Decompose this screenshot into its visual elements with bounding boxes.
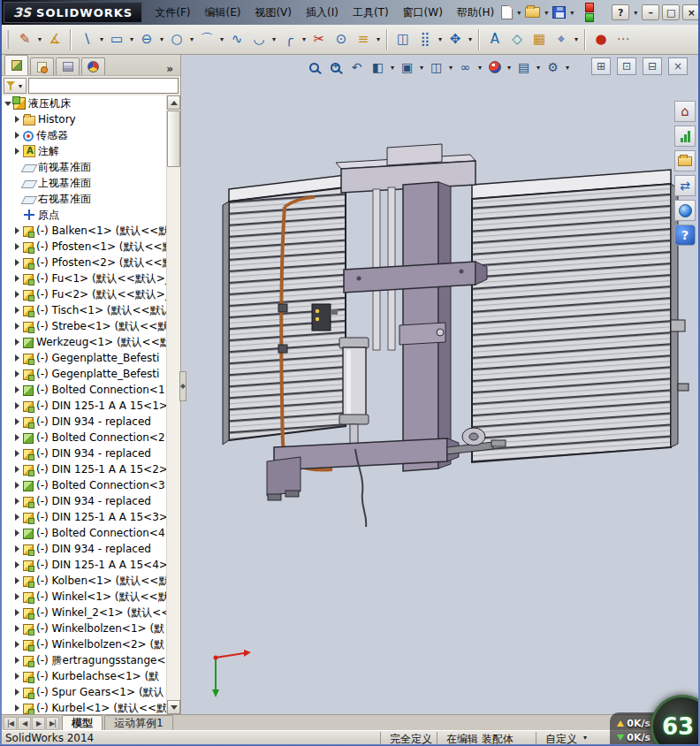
menu-view[interactable]: 视图(V)	[247, 0, 299, 25]
view-palette-button[interactable]: ⇄	[674, 175, 696, 196]
expand-arrow-icon[interactable]	[13, 636, 22, 652]
centerpoint-arc-icon[interactable]: ⌒	[196, 28, 217, 51]
filter-input[interactable]	[28, 78, 179, 94]
tree-item[interactable]: (-) Winkelbolzen<1> (默	[2, 620, 167, 636]
nav-next-button[interactable]: ▶	[32, 717, 45, 730]
dropdown-caret-icon[interactable]	[573, 35, 580, 43]
tree-item[interactable]: (-) Gegenplatte_Befesti	[2, 350, 167, 366]
dropdown-caret-icon[interactable]	[389, 64, 396, 72]
expand-arrow-icon[interactable]	[13, 668, 22, 684]
minimize-button[interactable]: –	[642, 4, 659, 20]
trim-entities-icon[interactable]: ✂	[308, 28, 330, 51]
nav-last-button[interactable]: ▶|	[46, 717, 59, 730]
dropdown-caret-icon[interactable]	[375, 35, 382, 43]
tree-item[interactable]: Werkzeug<1> (默认<<默	[2, 334, 167, 350]
restore-window-button[interactable]: ⊡	[617, 57, 636, 75]
tree-item[interactable]: (-) 謄ertragungsstange<	[2, 652, 167, 668]
help-button[interactable]: ?	[612, 4, 629, 20]
apply-scene-button[interactable]: ▤	[514, 57, 534, 77]
dropdown-caret-icon[interactable]	[447, 64, 454, 72]
tree-item[interactable]: 传感器	[2, 127, 167, 143]
dropdown-caret-icon[interactable]	[467, 35, 474, 43]
tab-property-manager[interactable]	[30, 57, 54, 75]
tab-motion-study[interactable]: 运动算例1	[104, 715, 173, 730]
panel-expand-button[interactable]: »	[162, 63, 178, 75]
tab-configuration-manager[interactable]	[56, 57, 80, 75]
expand-arrow-icon[interactable]	[13, 541, 22, 557]
tab-model[interactable]: 模型	[62, 715, 103, 730]
mirror-entities-icon[interactable]: ◫	[392, 28, 414, 51]
tree-item[interactable]: (-) Pfosten<1> (默认<<默	[2, 239, 167, 255]
dropdown-caret-icon[interactable]	[98, 35, 105, 43]
filter-button[interactable]	[4, 78, 27, 94]
tree-item[interactable]: (-) DIN 934 - replaced	[2, 541, 167, 557]
view-orientation-button[interactable]: ▣	[397, 57, 417, 77]
tree-item[interactable]: (-) Fu<1> (默认<<默认>_	[2, 270, 167, 286]
expand-arrow-icon[interactable]	[13, 414, 22, 430]
tree-item[interactable]: (-) Bolted Connection<1	[2, 382, 167, 398]
tile-windows-button[interactable]: ⊞	[591, 57, 611, 75]
tree-item[interactable]: (-) Bolted Connection<2	[2, 430, 167, 445]
dropdown-caret-icon[interactable]	[158, 35, 165, 43]
expand-arrow-icon[interactable]	[13, 302, 22, 318]
dropdown-caret-icon[interactable]	[418, 64, 425, 72]
grid-system-icon[interactable]: ▦	[529, 28, 550, 51]
tree-item[interactable]: 原点	[2, 207, 167, 223]
scroll-down-button[interactable]	[167, 700, 180, 714]
tree-item[interactable]: (-) DIN 125-1 A A 15<2>	[2, 461, 167, 477]
dropdown-caret-icon[interactable]	[535, 64, 542, 72]
text-icon[interactable]: A	[484, 28, 506, 51]
hide-show-items-button[interactable]: ∞	[455, 57, 476, 77]
custom-dropdown-caret-icon[interactable]	[582, 734, 589, 742]
previous-view-button[interactable]: ↶	[346, 57, 367, 77]
tree-item[interactable]: 前视基准面	[2, 159, 167, 175]
expand-arrow-icon[interactable]	[13, 620, 22, 636]
scrollbar-thumb[interactable]	[167, 110, 180, 167]
close-document-button[interactable]: ×	[668, 57, 688, 75]
spline-icon[interactable]: ∿	[226, 28, 247, 51]
display-style-button[interactable]: ◫	[426, 57, 446, 77]
expand-arrow-icon[interactable]	[13, 350, 22, 366]
section-view-button[interactable]: ◧	[368, 57, 388, 77]
sketch-fillet-icon[interactable]: ╭	[278, 28, 300, 51]
edit-appearance-button[interactable]	[484, 57, 505, 77]
expand-arrow-icon[interactable]	[13, 127, 22, 143]
tree-item[interactable]: (-) DIN 125-1 A A 15<3>	[2, 509, 167, 525]
tree-item[interactable]: (-) DIN 934 - replaced	[2, 445, 167, 461]
straight-slot-icon[interactable]: ⊖	[136, 28, 157, 51]
menu-window[interactable]: 窗口(W)	[396, 0, 450, 25]
expand-arrow-icon[interactable]	[13, 270, 22, 286]
dropdown-caret-icon[interactable]	[476, 64, 483, 72]
expand-arrow-icon[interactable]	[13, 334, 22, 350]
filter-caret-icon[interactable]	[17, 82, 24, 90]
offset-entities-icon[interactable]: ≡	[353, 28, 374, 51]
minimize-window-button[interactable]: ⊟	[643, 57, 662, 75]
conic-icon[interactable]: ◡	[248, 28, 270, 51]
tree-item[interactable]: (-) DIN 934 - replaced	[2, 493, 167, 509]
expand-arrow-icon[interactable]	[13, 461, 22, 477]
expand-arrow-icon[interactable]	[13, 318, 22, 334]
reference-plane-icon[interactable]: ◇	[506, 28, 528, 51]
tree-item[interactable]: (-) Balken<1> (默认<<默	[2, 223, 167, 239]
tree-item-root[interactable]: 液压机床	[2, 95, 167, 111]
expand-arrow-icon[interactable]	[13, 398, 22, 414]
tree-item[interactable]: 右视基准面	[2, 191, 167, 207]
model-3d[interactable]	[182, 55, 698, 714]
menu-help[interactable]: 帮助(H)	[450, 0, 501, 25]
tree-item[interactable]: (-) Winkelbolzen<2> (默	[2, 636, 167, 652]
dropdown-caret-icon[interactable]	[36, 35, 43, 43]
expand-arrow-icon[interactable]	[13, 255, 22, 270]
dropdown-caret-icon[interactable]	[218, 35, 225, 43]
edit-sketch-icon[interactable]: ✎	[14, 28, 35, 51]
menu-file[interactable]: 文件(F)	[148, 0, 197, 25]
expand-arrow-icon[interactable]	[13, 557, 22, 573]
new-dropdown-caret-icon[interactable]	[515, 9, 522, 17]
tree-item[interactable]: (-) Tisch<1> (默认<<默认	[2, 302, 167, 318]
save-icon[interactable]	[552, 6, 566, 19]
tree-item[interactable]: (-) Kurbel<1> (默认<<默	[2, 700, 167, 714]
dropdown-caret-icon[interactable]	[188, 35, 195, 43]
expand-arrow-icon[interactable]	[13, 589, 22, 605]
expand-arrow-icon[interactable]	[13, 477, 22, 493]
tab-feature-manager[interactable]	[4, 55, 28, 75]
tree-item[interactable]: (-) Gegenplatte_Befesti	[2, 366, 167, 382]
